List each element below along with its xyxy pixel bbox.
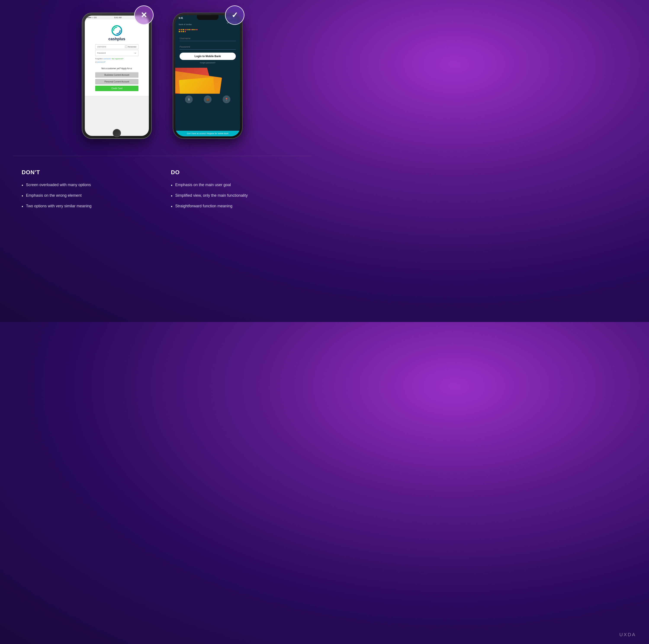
- phones-section: ✕ ●●●○○ GS 9:41 AM ✦ ▲ 🔋: [13, 9, 311, 138]
- arrow-icon: →: [133, 51, 136, 55]
- dot10: [196, 29, 198, 30]
- do-point-3: Straightforward function meaning: [171, 204, 303, 209]
- personal-account-btn[interactable]: Personal Current Account: [95, 79, 138, 84]
- new-phone-screen: 9:41 ▲▲▲ ⌾ ▭ بنك الاردني Bank of Jordan: [175, 15, 240, 136]
- register-bar[interactable]: Don't have an access? Register for Mobil…: [175, 131, 240, 136]
- dont-phone-wrapper: ✕ ●●●○○ GS 9:41 AM ✦ ▲ 🔋: [82, 13, 152, 138]
- home-button[interactable]: [113, 129, 121, 137]
- cashplus-logo: [112, 25, 122, 36]
- bad-badge-icon: ✕: [141, 11, 147, 20]
- info-icon-circle[interactable]: ℹ: [185, 95, 193, 103]
- dot4: [184, 29, 186, 30]
- login-btn[interactable]: Login to Mobile Bank: [180, 53, 236, 60]
- dont-point-2: Emphasis on the wrong element: [21, 193, 154, 198]
- forgot-text: Forgotten username: [95, 58, 111, 60]
- bottom-text-section: DON'T Screen overloaded with many option…: [13, 165, 311, 219]
- do-column: DO Emphasis on the main user goal Simpli…: [171, 169, 303, 214]
- bottom-icon-row: ℹ 💼 📍: [175, 94, 240, 105]
- remember-label: Remember: [128, 46, 136, 48]
- dot1: [179, 29, 180, 30]
- yellow-shape: [179, 77, 215, 94]
- info-icon: ℹ: [188, 98, 189, 101]
- old-remember: Remember: [125, 46, 136, 48]
- old-username-label: Username: [97, 46, 125, 48]
- new-time: 9:41: [179, 17, 183, 19]
- dont-point-3: Two options with very similar meaning: [21, 204, 154, 209]
- forgot-password-text[interactable]: Forgot password?: [180, 62, 236, 64]
- dot8: [192, 29, 193, 30]
- do-bullet-list: Emphasis on the main user goal Simplifie…: [171, 182, 303, 209]
- business-account-btn[interactable]: Business Current Account: [95, 72, 138, 78]
- dont-title: DON'T: [21, 169, 154, 176]
- dot14: [184, 31, 186, 32]
- old-checkbox[interactable]: [125, 46, 127, 48]
- or-password: or password?: [95, 61, 138, 63]
- bank-english-name: Bank of Jordan: [179, 24, 237, 26]
- old-password-row: Password →: [95, 50, 138, 56]
- old-phone: ●●●○○ GS 9:41 AM ✦ ▲ 🔋: [82, 13, 152, 138]
- password-link[interactable]: password?: [97, 61, 105, 63]
- briefcase-icon: 💼: [206, 98, 209, 101]
- dot9: [194, 29, 196, 30]
- old-phone-screen: ●●●○○ GS 9:41 AM ✦ ▲ 🔋: [85, 15, 149, 136]
- dont-column: DON'T Screen overloaded with many option…: [21, 169, 154, 214]
- dont-bullet-list: Screen overloaded with many options Emph…: [21, 182, 154, 209]
- dot13: [183, 31, 184, 32]
- do-title: DO: [171, 169, 303, 176]
- dot2: [181, 29, 182, 30]
- dot7: [190, 29, 192, 30]
- services-icon-circle[interactable]: 💼: [204, 95, 212, 103]
- dot6: [188, 29, 190, 30]
- colorful-shapes: [175, 68, 240, 94]
- old-username-row: Username Remember: [95, 44, 138, 49]
- new-login-form: Login to Mobile Bank Forgot password?: [175, 34, 240, 68]
- good-badge: ✓: [225, 5, 245, 25]
- do-point-2: Simplified view, only the main functiona…: [171, 193, 303, 198]
- new-password-input[interactable]: [180, 44, 236, 50]
- location-icon: 📍: [225, 98, 228, 101]
- dot12: [181, 31, 182, 32]
- username-link[interactable]: username: [103, 58, 111, 60]
- dot3: [183, 29, 184, 30]
- credit-card-btn[interactable]: Credit Card: [95, 86, 138, 91]
- not-registered-link[interactable]: Not registered?: [112, 58, 124, 60]
- old-time: 9:41 AM: [114, 16, 121, 18]
- do-phone-wrapper: ✓ 9:41 ▲▲▲ ⌾ ▭ بنك الاردني Bank of Jor: [173, 13, 242, 138]
- dont-point-1: Screen overloaded with many options: [21, 182, 154, 187]
- bank-dots-pattern: [175, 28, 201, 34]
- new-username-input[interactable]: [180, 36, 236, 41]
- dot11: [179, 31, 180, 32]
- old-password-label: Password: [97, 52, 106, 54]
- not-customer-text: Not a customer yet? Apply for a:: [101, 67, 132, 70]
- location-icon-circle[interactable]: 📍: [223, 95, 230, 103]
- dot5: [186, 29, 188, 30]
- cashplus-name: cashplus: [109, 37, 125, 41]
- old-phone-content: cashplus Username Remember Password →: [85, 19, 149, 96]
- phone-notch: [197, 15, 218, 20]
- old-forgot-section: Forgotten username Not registered?: [95, 58, 138, 60]
- new-phone: 9:41 ▲▲▲ ⌾ ▭ بنك الاردني Bank of Jordan: [173, 13, 242, 138]
- good-badge-icon: ✓: [231, 11, 238, 20]
- bad-badge: ✕: [134, 5, 154, 25]
- do-point-1: Emphasis on the main user goal: [171, 182, 303, 187]
- old-signal: ●●●○○ GS: [87, 16, 97, 18]
